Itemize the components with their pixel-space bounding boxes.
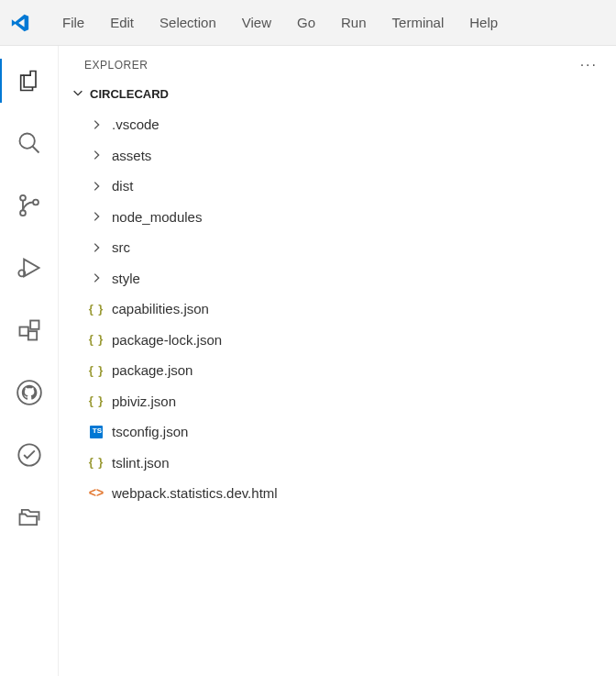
vscode-logo [9,12,31,34]
folder-item[interactable]: .vscode [59,109,616,140]
svg-rect-9 [30,321,38,329]
activity-explorer[interactable] [7,62,51,99]
sidebar-title: EXPLORER [84,59,148,72]
svg-rect-7 [19,327,28,336]
file-label: package-lock.json [112,328,222,352]
activity-search[interactable] [7,125,51,161]
activity-run-debug[interactable] [7,249,51,286]
file-item[interactable]: <> webpack.statistics.dev.html [59,478,616,509]
folder-item[interactable]: src [59,232,616,263]
folder-label: assets [112,144,151,168]
sidebar-more-icon[interactable]: ··· [580,57,598,73]
file-label: package.json [112,359,192,382]
html-file-icon: <> [88,485,104,502]
folder-label: dist [112,174,133,198]
activity-todo[interactable] [7,437,51,473]
file-item[interactable]: { } capabilities.json [59,294,616,325]
svg-rect-8 [28,331,36,339]
folder-item[interactable]: node_modules [59,202,616,233]
file-label: tsconfig.json [112,420,188,444]
menu-view[interactable]: View [231,9,282,36]
menu-terminal[interactable]: Terminal [381,9,456,36]
menu-run[interactable]: Run [330,9,378,36]
file-item[interactable]: { } package.json [59,355,616,386]
menu-go[interactable]: Go [286,9,326,36]
activity-github[interactable] [7,374,51,411]
svg-marker-5 [24,260,38,277]
sidebar-header: EXPLORER ··· [59,46,616,81]
folder-label: style [112,267,140,291]
chevron-right-icon [88,270,104,286]
file-item[interactable]: TS tsconfig.json [59,416,616,448]
folder-label: .vscode [112,113,160,137]
menu-help[interactable]: Help [458,9,509,36]
json-file-icon: { } [88,362,104,379]
chevron-right-icon [88,208,104,225]
folder-label: node_modules [112,205,202,229]
chevron-right-icon [88,178,104,194]
project-name: CIRCLECARD [90,87,169,101]
menu-edit[interactable]: Edit [99,9,145,36]
svg-point-3 [20,210,26,216]
folder-item[interactable]: assets [59,140,616,172]
svg-point-4 [33,200,38,205]
ts-file-icon: TS [88,424,104,440]
chevron-right-icon [88,147,104,163]
file-label: pbiviz.json [112,390,176,414]
svg-point-0 [19,134,34,149]
svg-line-1 [32,147,38,153]
chevron-down-icon [72,86,84,102]
menu-selection[interactable]: Selection [148,9,227,36]
folder-item[interactable]: style [59,263,616,294]
svg-point-2 [20,195,26,201]
file-item[interactable]: { } tslint.json [59,448,616,479]
file-item[interactable]: { } pbiviz.json [59,386,616,417]
file-item[interactable]: { } package-lock.json [59,325,616,356]
json-file-icon: { } [88,454,104,471]
file-tree: .vscode assets dist node_modules src sty… [59,107,616,509]
title-bar: File Edit Selection View Go Run Terminal… [0,0,616,46]
json-file-icon: { } [88,331,104,348]
activity-source-control[interactable] [7,187,51,224]
explorer-sidebar: EXPLORER ··· CIRCLECARD .vscode assets d… [59,46,616,676]
activity-bar [0,46,59,676]
folder-item[interactable]: dist [59,171,616,202]
chevron-right-icon [88,116,104,133]
main-area: EXPLORER ··· CIRCLECARD .vscode assets d… [0,46,616,676]
json-file-icon: { } [88,393,104,409]
folder-label: src [112,236,130,260]
svg-point-10 [17,381,41,404]
file-label: capabilities.json [112,297,209,321]
file-label: webpack.statistics.dev.html [112,482,278,505]
activity-folders[interactable] [7,499,51,536]
json-file-icon: { } [88,301,104,317]
chevron-right-icon [88,239,104,256]
activity-extensions[interactable] [7,312,51,349]
project-header[interactable]: CIRCLECARD [59,81,616,107]
file-label: tslint.json [112,451,170,475]
menu-file[interactable]: File [51,9,95,36]
